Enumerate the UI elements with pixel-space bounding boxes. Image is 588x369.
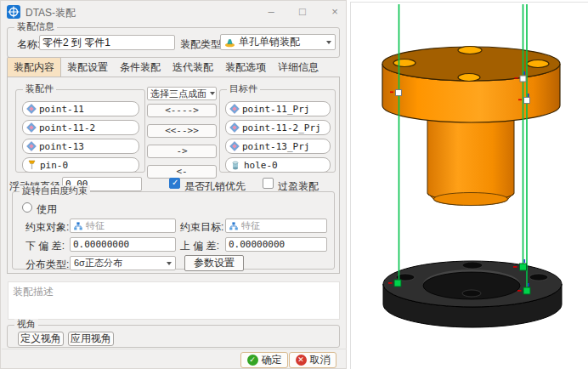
lower-deviation-label: 下 偏 差: [25,239,65,253]
apply-view-button[interactable]: 应用视角 [68,332,114,346]
distribution-type-value: 6σ正态分布 [74,257,122,270]
assembly-type-value: 单孔单销装配 [239,35,300,49]
hole-pin-priority-checkbox[interactable] [169,178,180,189]
feature-icon [229,222,238,230]
constraint-object-field[interactable]: 特征 [70,219,176,233]
list-item-target-3[interactable]: point-13_Prj [225,139,331,154]
3d-scene [351,3,587,368]
list-item-source-1[interactable]: point-11 [22,101,139,116]
constraint-object-label: 约束对象: [25,220,69,235]
tab-detail-info[interactable]: 详细信息 [272,58,325,77]
view-angle-legend: 视角 [14,319,38,330]
item-label: point-11-2_Prj [242,122,321,133]
chevron-down-icon [210,92,215,95]
assembly-type-select[interactable]: 单孔单销装配 [220,34,336,50]
item-label: pin-0 [40,160,68,171]
lower-deviation-input[interactable] [70,237,176,252]
hole-icon [231,161,240,170]
list-item-source-4[interactable]: pin-0 [22,157,139,173]
transfer-left-button[interactable]: <- [147,165,217,179]
cancel-x-icon [296,355,307,366]
cancel-button-label: 取消 [310,353,331,367]
point-icon [26,122,36,132]
assembly-description-textarea[interactable]: 装配描述 [8,281,340,320]
title-bar[interactable]: DTAS-装配 – □ × [1,1,346,23]
ok-check-icon [247,355,258,366]
interference-fit-checkbox[interactable] [263,178,274,189]
constraint-object-placeholder: 特征 [86,219,105,232]
ok-button[interactable]: 确定 [240,352,288,368]
use-radio[interactable] [22,202,32,213]
assembly-content-panel: 装配件 point-11 point-11-2 point-13 [7,77,340,274]
pin-icon [28,160,36,170]
view-angle-group: 视角 定义视角 应用视角 [7,325,340,348]
chevron-down-icon [167,262,172,265]
list-item-source-3[interactable]: point-13 [22,139,139,154]
list-item-target-4[interactable]: hole-0 [225,157,331,173]
three-point-plane-select[interactable]: 选择三点成面 [147,87,217,100]
parameter-settings-button[interactable]: 参数设置 [184,255,244,271]
define-view-button[interactable]: 定义视角 [18,332,64,346]
ring-hole [462,262,483,269]
app-icon [7,5,20,19]
assembly-type-icon [224,37,235,48]
ring-hole [462,290,481,297]
target-parts-legend: 目标件 [227,83,260,94]
transfer-swap-all-button[interactable]: <<-->> [147,124,217,138]
3d-viewport[interactable] [350,2,588,369]
assembly-description-placeholder: 装配描述 [13,286,54,298]
ring-part[interactable] [383,261,562,327]
maximize-icon[interactable]: □ [294,3,311,20]
upper-deviation-input[interactable] [225,237,327,252]
flange-hole [393,60,416,67]
name-input[interactable] [39,35,175,50]
tab-assembly-content[interactable]: 装配内容 [7,57,61,77]
tab-conditional-assembly[interactable]: 条件装配 [114,58,167,77]
item-label: point-13_Prj [242,141,309,152]
point-icon [26,141,36,150]
tab-bar: 装配内容 装配设置 条件装配 迭代装配 装配选项 详细信息 [7,60,325,77]
target-parts-group: 目标件 point-11_Prj point-11-2_Prj point-13… [219,89,336,173]
assembly-type-label: 装配类型: [180,37,223,52]
source-parts-legend: 装配件 [23,83,56,94]
tab-assembly-settings[interactable]: 装配设置 [61,58,114,77]
three-point-plane-value: 选择三点成面 [150,88,206,100]
flange-hole [458,74,480,82]
constraint-target-field[interactable]: 特征 [225,219,327,233]
pin-part[interactable] [382,47,560,206]
upper-deviation-label: 上 偏 差: [180,239,219,253]
use-radio-label: 使用 [37,202,57,217]
item-label: point-11 [39,104,84,115]
ok-button-label: 确定 [262,353,282,367]
item-label: point-11-2 [39,122,95,133]
point-icon [26,104,36,113]
item-label: point-13 [39,141,84,152]
tab-iterative-assembly[interactable]: 迭代装配 [167,58,219,77]
transfer-swap-button[interactable]: <----> [147,104,217,117]
list-item-source-2[interactable]: point-11-2 [22,120,139,135]
flange-hole [527,60,549,68]
ring-hole [529,274,548,281]
window-title: DTAS-装配 [25,6,76,20]
constraint-target-label: 约束目标: [180,220,223,235]
close-icon[interactable]: × [326,3,343,20]
feature-icon [74,222,82,230]
item-label: hole-0 [244,160,278,171]
point-icon [229,141,239,150]
list-item-target-1[interactable]: point-11_Prj [225,101,331,116]
name-label: 名称: [17,37,40,52]
assembly-info-legend: 装配信息 [14,21,57,32]
distribution-type-label: 分布类型: [25,258,69,272]
transfer-right-button[interactable]: -> [147,145,217,158]
assembly-dialog: DTAS-装配 – □ × 装配信息 名称: 装配类型: 单孔单销装配 装配内容… [0,0,347,369]
tab-assembly-options[interactable]: 装配选项 [219,58,272,77]
item-label: point-11_Prj [242,104,309,115]
point-icon [229,104,239,113]
distribution-type-select[interactable]: 6σ正态分布 [70,256,176,270]
footer-divider [2,349,347,349]
minimize-icon[interactable]: – [263,3,280,20]
rotation-constraint-legend: 旋转自由度约束 [20,185,90,196]
assembly-info-group: 装配信息 名称: 装配类型: 单孔单销装配 [7,27,340,58]
cancel-button[interactable]: 取消 [289,352,336,368]
list-item-target-2[interactable]: point-11-2_Prj [225,120,331,135]
